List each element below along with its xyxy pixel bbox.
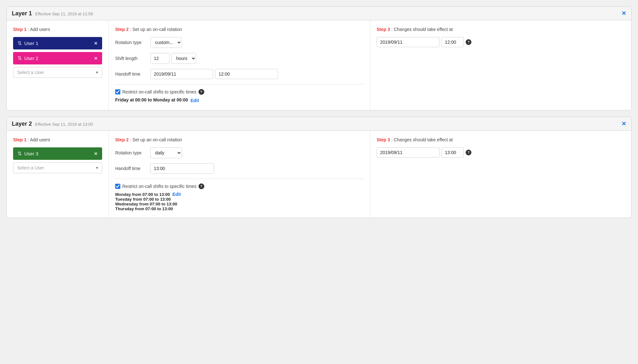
- effect-time-input[interactable]: [441, 147, 464, 158]
- user-pill-name: User 3: [24, 151, 94, 156]
- select-user-placeholder: Select a User: [17, 70, 96, 75]
- section-divider: [115, 179, 364, 179]
- layer-title: Layer 2: [12, 121, 32, 127]
- step2-colon-label: : Set up an on-call rotation: [129, 27, 182, 32]
- step3-colon-label: : Changes should take effect at: [390, 137, 453, 142]
- effect-date-input[interactable]: [377, 37, 439, 47]
- restrict-edit-link[interactable]: Edit: [191, 98, 199, 103]
- step1-label: Step 1: [13, 27, 26, 32]
- section-add-users: Step 1 : Add users⇅User 1✕⇅User 2✕Select…: [7, 20, 109, 110]
- layer-close-button[interactable]: ✕: [621, 120, 626, 127]
- restrict-schedule: Friday at 00:00 to Monday at 00:00Edit: [115, 97, 364, 104]
- select-user-dropdown[interactable]: Select a User▾: [13, 162, 102, 173]
- schedule-line-text: Tuesday from 07:00 to 13:00: [115, 197, 171, 202]
- layer-title: Layer 1: [12, 10, 32, 17]
- step3-colon-label: : Changes should take effect at: [390, 27, 453, 32]
- step1-colon-label: : Add users: [26, 137, 50, 142]
- restrict-label: Restrict on-call shifts to specific time…: [122, 89, 197, 94]
- chevron-down-icon: ▾: [96, 70, 98, 75]
- layer-header-2: Layer 2Effective Sep 11, 2019 at 13:00✕: [7, 117, 631, 131]
- drag-handle-icon[interactable]: ⇅: [18, 40, 22, 46]
- handoff-time-input[interactable]: [150, 163, 214, 174]
- restrict-schedule-lines: Monday from 07:00 to 13:00EditTuesday fr…: [115, 192, 364, 211]
- section-effect-time: Step 3 : Changes should take effect at?: [370, 20, 631, 110]
- schedule-line-text: Thursday from 07:00 to 13:00: [115, 206, 173, 211]
- step2-colon-label: : Set up an on-call rotation: [129, 137, 182, 142]
- user-pill-remove-button[interactable]: ✕: [94, 151, 98, 156]
- restrict-row: Restrict on-call shifts to specific time…: [115, 183, 364, 189]
- shift-length-label: Shift length: [115, 56, 147, 61]
- rotation-type-label: Rotation type: [115, 150, 147, 155]
- handoff-time-group: [150, 163, 214, 174]
- schedule-line-text: Wednesday from 07:00 to 13:00: [115, 202, 177, 206]
- drag-handle-icon[interactable]: ⇅: [18, 55, 22, 61]
- step2-title: Step 2 : Set up an on-call rotation: [115, 137, 364, 142]
- step1-label: Step 1: [13, 137, 26, 142]
- effect-time-row: ?: [377, 37, 625, 47]
- section-divider: [115, 84, 364, 85]
- step2-label: Step 2: [115, 27, 129, 32]
- handoff-time-row: Handoff time: [115, 163, 364, 174]
- effect-time-input[interactable]: [441, 37, 464, 47]
- step1-title: Step 1 : Add users: [13, 137, 102, 142]
- user-pill-1: ⇅User 3✕: [13, 147, 102, 160]
- help-icon[interactable]: ?: [199, 89, 204, 95]
- effect-time-help-icon[interactable]: ?: [466, 39, 471, 45]
- effect-date-input[interactable]: [377, 147, 439, 158]
- step1-title: Step 1 : Add users: [13, 27, 102, 32]
- step3-title: Step 3 : Changes should take effect at: [377, 137, 625, 142]
- step2-title: Step 2 : Set up an on-call rotation: [115, 27, 364, 32]
- layer-body-2: Step 1 : Add users⇅User 3✕Select a User▾…: [7, 131, 631, 218]
- handoff-time-label: Handoff time: [115, 71, 147, 77]
- handoff-time-row: Handoff time: [115, 69, 364, 79]
- section-rotation: Step 2 : Set up an on-call rotationRotat…: [109, 20, 370, 110]
- layer-header-1: Layer 1Effective Sep 11, 2019 at 11:59✕: [7, 7, 631, 20]
- section-effect-time: Step 3 : Changes should take effect at?: [370, 131, 631, 218]
- restrict-label: Restrict on-call shifts to specific time…: [122, 184, 197, 189]
- step3-label: Step 3: [377, 27, 390, 32]
- shift-length-row: Shift lengthhoursdays: [115, 53, 364, 64]
- user-pill-name: User 1: [24, 41, 94, 46]
- handoff-time-group: [150, 69, 278, 79]
- user-pill-remove-button[interactable]: ✕: [94, 41, 98, 46]
- schedule-line: Monday from 07:00 to 13:00Edit: [115, 192, 364, 197]
- user-pill-2: ⇅User 2✕: [13, 52, 102, 64]
- rotation-type-row: Rotation typecustom...dailyweekly: [115, 37, 364, 48]
- schedule-line-text: Monday from 07:00 to 13:00: [115, 192, 170, 197]
- select-user-placeholder: Select a User: [17, 165, 96, 170]
- layer-body-1: Step 1 : Add users⇅User 1✕⇅User 2✕Select…: [7, 20, 631, 110]
- effect-time-help-icon[interactable]: ?: [466, 150, 471, 155]
- layer-card-2: Layer 2Effective Sep 11, 2019 at 13:00✕S…: [6, 117, 632, 218]
- select-user-dropdown[interactable]: Select a User▾: [13, 67, 102, 78]
- section-rotation: Step 2 : Set up an on-call rotationRotat…: [109, 131, 370, 218]
- layer-effective: Effective Sep 11, 2019 at 11:59: [35, 11, 93, 16]
- help-icon[interactable]: ?: [199, 183, 204, 189]
- step3-label: Step 3: [377, 137, 390, 142]
- effect-time-row: ?: [377, 147, 625, 158]
- layer-close-button[interactable]: ✕: [621, 10, 626, 17]
- handoff-time-label: Handoff time: [115, 166, 147, 171]
- layer-effective: Effective Sep 11, 2019 at 13:00: [35, 122, 93, 127]
- schedule-line: Tuesday from 07:00 to 13:00: [115, 197, 364, 202]
- user-pill-remove-button[interactable]: ✕: [94, 56, 98, 61]
- section-add-users: Step 1 : Add users⇅User 3✕Select a User▾: [7, 131, 109, 218]
- shift-length-group: hoursdays: [150, 53, 196, 64]
- rotation-type-select[interactable]: custom...dailyweekly: [150, 147, 182, 158]
- handoff-date-input[interactable]: [150, 69, 213, 79]
- layer-card-1: Layer 1Effective Sep 11, 2019 at 11:59✕S…: [6, 6, 632, 110]
- restrict-row: Restrict on-call shifts to specific time…: [115, 89, 364, 95]
- step3-title: Step 3 : Changes should take effect at: [377, 27, 625, 32]
- rotation-type-select[interactable]: custom...dailyweekly: [150, 37, 182, 48]
- step2-label: Step 2: [115, 137, 129, 142]
- user-pill-name: User 2: [24, 56, 94, 61]
- step1-colon-label: : Add users: [26, 27, 50, 32]
- rotation-type-label: Rotation type: [115, 40, 147, 45]
- handoff-time-input[interactable]: [215, 69, 278, 79]
- drag-handle-icon[interactable]: ⇅: [18, 151, 22, 157]
- restrict-edit-link[interactable]: Edit: [172, 192, 181, 197]
- shift-length-input[interactable]: [150, 53, 169, 64]
- shift-length-unit-select[interactable]: hoursdays: [171, 53, 196, 64]
- restrict-checkbox[interactable]: [115, 184, 120, 189]
- restrict-schedule-text: Friday at 00:00 to Monday at 00:00: [115, 97, 188, 102]
- restrict-checkbox[interactable]: [115, 89, 120, 94]
